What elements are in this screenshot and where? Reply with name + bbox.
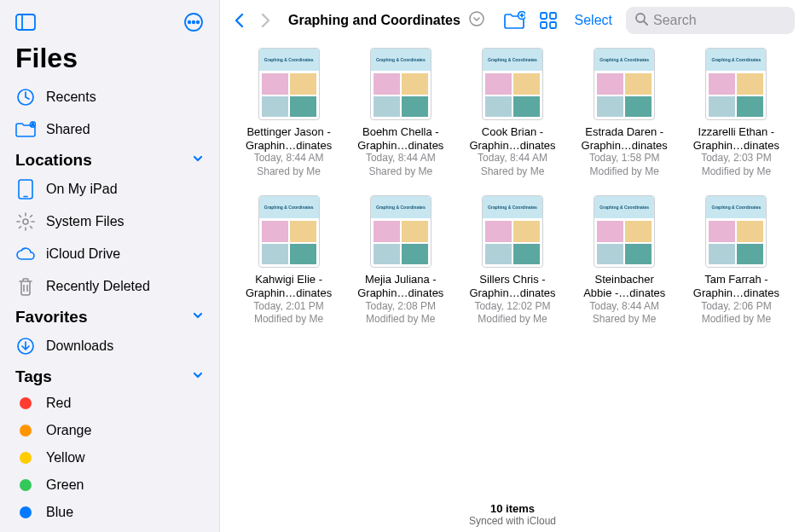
locations-header[interactable]: Locations (0, 146, 219, 173)
file-status: Shared by Me (593, 313, 657, 327)
svg-rect-9 (19, 180, 32, 199)
sidebar-item-on-my-ipad[interactable]: On My iPad (0, 173, 219, 205)
new-folder-icon[interactable] (500, 8, 529, 33)
svg-point-16 (470, 12, 484, 26)
chevron-down-icon (192, 309, 204, 325)
svg-point-11 (23, 219, 28, 224)
svg-rect-22 (541, 22, 547, 28)
file-item[interactable]: Graphing & CoordinatesTam Farrah -Graphi… (685, 195, 788, 326)
search-input[interactable] (653, 13, 805, 28)
sidebar-item-label: iCloud Drive (46, 246, 120, 262)
tag-label: Red (46, 396, 71, 411)
file-date: Today, 8:44 AM (366, 152, 436, 165)
file-date: Today, 2:08 PM (366, 300, 437, 314)
file-date: Today, 8:44 AM (589, 300, 659, 314)
svg-rect-0 (16, 14, 35, 30)
tag-dot-icon (20, 397, 32, 409)
tag-green[interactable]: Green (0, 471, 219, 499)
file-thumbnail: Graphing & Coordinates (370, 48, 431, 120)
favorites-header[interactable]: Favorites (0, 303, 219, 330)
file-name: Graphin…dinates (582, 139, 668, 153)
tags-header[interactable]: Tags (0, 362, 219, 390)
folder-title[interactable]: Graphing and Coordinates (288, 13, 460, 28)
sync-status: Synced with iCloud (220, 515, 805, 527)
file-status: Modified by Me (254, 313, 323, 327)
svg-rect-20 (541, 13, 547, 19)
tag-dot-icon (20, 452, 32, 464)
file-name: Bettinger Jason - (246, 125, 330, 139)
svg-point-3 (188, 21, 191, 24)
select-button[interactable]: Select (568, 13, 619, 28)
file-status: Modified by Me (702, 313, 771, 327)
file-status: Shared by Me (257, 165, 321, 179)
back-button[interactable] (230, 9, 249, 32)
tag-dot-icon (20, 479, 32, 491)
grid-view-icon[interactable] (536, 8, 561, 33)
tag-label: Orange (46, 423, 91, 438)
file-item[interactable]: Graphing & CoordinatesBoehm Chella -Grap… (349, 48, 452, 178)
file-name: Graphin…dinates (357, 286, 443, 300)
main-area: Graphing and Coordinates Select Graphing… (220, 0, 805, 532)
file-status: Modified by Me (702, 165, 771, 179)
tag-orange[interactable]: Orange (0, 417, 219, 444)
file-name: Mejia Juliana - (365, 273, 437, 286)
sidebar-title: Files (0, 43, 219, 74)
tag-dot-icon (20, 506, 32, 518)
svg-point-5 (197, 21, 200, 24)
shared-folder-icon (15, 119, 36, 140)
file-status: Modified by Me (366, 313, 435, 327)
file-status: Shared by Me (368, 165, 432, 179)
tag-label: Blue (46, 505, 73, 520)
tag-blue[interactable]: Blue (0, 499, 219, 526)
forward-button[interactable] (256, 9, 275, 32)
file-name: Izzarelli Ethan - (698, 125, 775, 139)
file-item[interactable]: Graphing & CoordinatesEstrada Daren -Gra… (573, 48, 676, 178)
trash-icon (15, 276, 36, 297)
toggle-sidebar-icon[interactable] (14, 10, 38, 34)
file-name: Tam Farrah - (704, 273, 767, 286)
sidebar-item-recents[interactable]: Recents (0, 81, 219, 113)
folder-menu-icon[interactable] (469, 11, 484, 30)
file-item[interactable]: Graphing & CoordinatesKahwigi Elie -Grap… (237, 195, 340, 326)
svg-line-25 (644, 21, 647, 25)
sidebar-item-label: Shared (46, 122, 90, 137)
sidebar-item-downloads[interactable]: Downloads (0, 330, 219, 362)
sidebar-item-system-files[interactable]: System Files (0, 205, 219, 238)
file-name: Graphin…dinates (246, 286, 332, 300)
file-item[interactable]: Graphing & CoordinatesIzzarelli Ethan -G… (685, 48, 788, 178)
file-item[interactable]: Graphing & CoordinatesSteinbacherAbbie -… (573, 195, 676, 326)
file-name: Graphin…dinates (693, 139, 779, 153)
file-date: Today, 2:01 PM (253, 300, 324, 314)
file-name: Graphin…dinates (693, 286, 779, 300)
file-name: Graphin…dinates (357, 139, 443, 153)
tag-yellow[interactable]: Yellow (0, 444, 219, 471)
file-name: Abbie -…dinates (583, 286, 665, 300)
download-icon (15, 336, 36, 356)
sidebar-item-recently-deleted[interactable]: Recently Deleted (0, 270, 219, 303)
file-item[interactable]: Graphing & CoordinatesCook Brian -Graphi… (460, 48, 564, 178)
file-date: Today, 12:02 PM (474, 300, 550, 314)
search-icon (634, 12, 648, 29)
search-field[interactable] (626, 7, 795, 34)
file-status: Shared by Me (481, 165, 545, 179)
file-thumbnail: Graphing & Coordinates (258, 48, 320, 120)
sidebar-item-icloud-drive[interactable]: iCloud Drive (0, 238, 219, 270)
file-thumbnail: Graphing & Coordinates (594, 195, 655, 268)
file-date: Today, 2:03 PM (701, 152, 772, 165)
file-item[interactable]: Graphing & CoordinatesMejia Juliana -Gra… (349, 195, 452, 326)
chevron-down-icon (192, 369, 204, 385)
status-footer: 10 items Synced with iCloud (220, 495, 805, 532)
file-name: Graphin…dinates (246, 139, 332, 153)
sidebar-item-shared[interactable]: Shared (0, 113, 219, 146)
sidebar-item-label: Recently Deleted (46, 279, 150, 294)
file-name: Graphin…dinates (469, 139, 555, 153)
more-options-icon[interactable] (182, 10, 206, 34)
file-item[interactable]: Graphing & CoordinatesBettinger Jason -G… (237, 48, 340, 178)
svg-rect-23 (550, 22, 556, 28)
file-item[interactable]: Graphing & CoordinatesSillers Chris -Gra… (460, 195, 564, 326)
file-name: Kahwigi Elie - (255, 273, 322, 286)
file-name: Steinbacher (595, 273, 654, 286)
sidebar-item-label: Recents (46, 90, 96, 105)
file-name: Cook Brian - (482, 125, 543, 139)
tag-red[interactable]: Red (0, 390, 219, 417)
